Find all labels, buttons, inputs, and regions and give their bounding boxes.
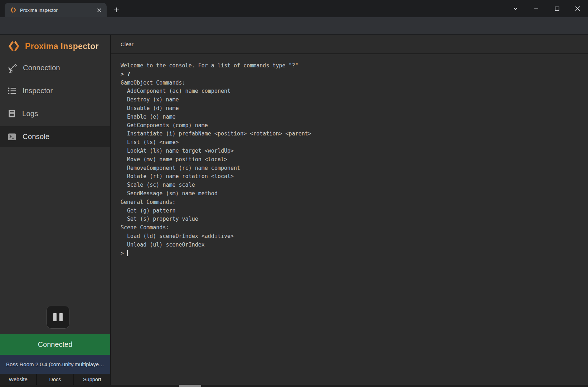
sidebar-item-logs[interactable]: Logs: [0, 103, 110, 124]
tab-search-icon[interactable]: [505, 0, 526, 17]
console-line: Enable (e) name: [121, 113, 579, 121]
project-label: Boss Room 2.0.4 (com.unity.multiplaye…: [6, 361, 104, 367]
horizontal-scrollbar-thumb[interactable]: [179, 385, 201, 387]
console-line: AddComponent (ac) name component: [121, 87, 579, 96]
footer-link-docs[interactable]: Docs: [36, 374, 73, 385]
console-line: Welcome to the console. For a list of co…: [121, 62, 579, 70]
console-panel: Clear Welcome to the console. For a list…: [111, 35, 588, 387]
pause-icon: [53, 313, 57, 321]
console-line: List (ls) <name>: [121, 138, 579, 147]
console-line: RemoveComponent (rc) name component: [121, 164, 579, 173]
sidebar-item-label: Console: [23, 132, 49, 141]
pause-button[interactable]: [47, 306, 69, 329]
console-line: Set (s) property value: [121, 215, 579, 224]
clear-console-button[interactable]: Clear: [121, 41, 133, 47]
maximize-button[interactable]: [546, 0, 567, 17]
tab-title: Proxima Inspector: [20, 8, 95, 13]
sidebar-item-connection[interactable]: Connection: [0, 57, 110, 78]
console-output[interactable]: Welcome to the console. For a list of co…: [111, 54, 588, 265]
console-line: Rotate (rt) name rotation <local>: [121, 172, 579, 181]
sidebar-item-label: Inspector: [23, 86, 53, 95]
sidebar-item-inspector[interactable]: Inspector: [0, 80, 110, 101]
new-tab-button[interactable]: [111, 4, 122, 15]
browser-tab[interactable]: Proxima Inspector: [5, 3, 107, 17]
console-line: Load (ld) sceneOrIndex <additive>: [121, 232, 579, 241]
console-line: Disable (d) name: [121, 104, 579, 113]
horizontal-scrollbar[interactable]: [0, 385, 588, 387]
brand: Proxima Inspector: [0, 36, 110, 56]
terminal-icon: [7, 132, 17, 142]
connection-status-bar: Connected: [0, 334, 110, 355]
browser-titlebar: Proxima Inspector: [0, 0, 588, 17]
satellite-dish-icon: [7, 63, 17, 73]
console-line: Scale (sc) name scale: [121, 181, 579, 190]
proxima-page: Proxima Inspector Connection: [0, 35, 588, 387]
console-line: Instantiate (i) prefabName <position> <r…: [121, 130, 579, 138]
connection-status-label: Connected: [38, 340, 73, 349]
footer-link-website[interactable]: Website: [0, 374, 36, 385]
footer-link-support[interactable]: Support: [73, 374, 110, 385]
browser-toolbar: Not secure https://10.0.0.216:7759/conso…: [0, 17, 588, 35]
sidebar-item-label: Connection: [23, 63, 60, 72]
console-line: Move (mv) name position <local>: [121, 156, 579, 164]
console-cursor: [127, 250, 128, 256]
console-line: LookAt (lk) name target <worldUp>: [121, 147, 579, 156]
console-line: Unload (ul) sceneOrIndex: [121, 241, 579, 249]
sidebar-item-label: Logs: [22, 109, 38, 118]
brand-title: Proxima Inspector: [25, 42, 99, 51]
proxima-favicon-icon: [10, 7, 16, 13]
console-line: Get (g) pattern: [121, 207, 579, 215]
console-prompt-line: >: [121, 249, 579, 258]
project-info-bar: Boss Room 2.0.4 (com.unity.multiplaye…: [0, 355, 110, 374]
minimize-button[interactable]: [526, 0, 546, 17]
proxima-logo-icon: [8, 40, 20, 52]
close-button[interactable]: [567, 0, 588, 17]
console-line: Scene Commands:: [121, 224, 579, 232]
console-toolbar: Clear: [111, 35, 588, 54]
window-controls: [505, 0, 588, 17]
tab-close-icon[interactable]: [95, 6, 103, 14]
console-line: General Commands:: [121, 198, 579, 207]
pause-icon: [59, 313, 63, 321]
document-icon: [7, 109, 16, 118]
console-line: Destroy (x) name: [121, 96, 579, 104]
console-line: SendMessage (sm) name method: [121, 190, 579, 198]
console-line: GetComponents (comp) name: [121, 121, 579, 130]
sidebar-footer: Website Docs Support: [0, 374, 110, 385]
console-line: GameObject Commands:: [121, 79, 579, 87]
sidebar-item-console[interactable]: Console: [0, 126, 110, 147]
sidebar: Proxima Inspector Connection: [0, 35, 110, 387]
bullet-list-icon: [7, 86, 17, 96]
console-line: > ?: [121, 70, 579, 79]
